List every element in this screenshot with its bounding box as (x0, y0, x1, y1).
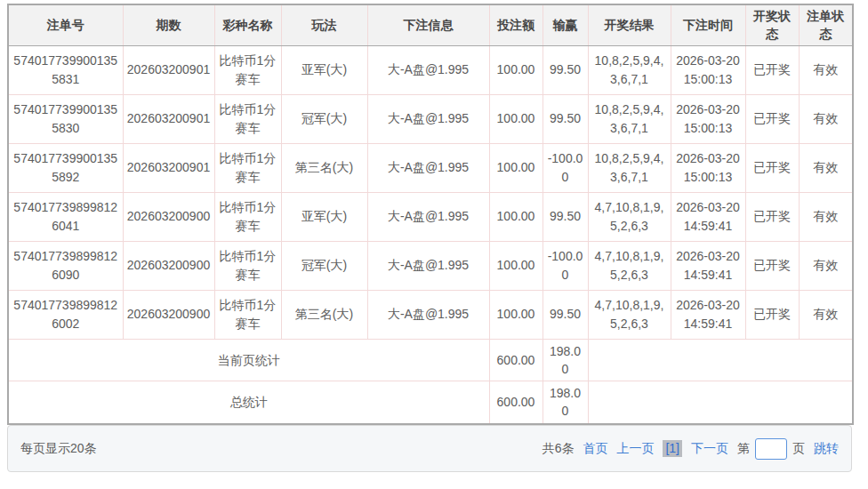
first-page-link[interactable]: 首页 (583, 441, 607, 457)
total-summary-win-loss: 198.00 (542, 381, 588, 424)
cell-lottery-name: 比特币1分赛车 (214, 94, 281, 143)
cell-order-status: 有效 (799, 94, 853, 143)
cell-lottery-name: 比特币1分赛车 (214, 290, 281, 339)
cell-period: 202603200900 (123, 192, 214, 241)
cell-bet-time: 2026-03-20 14:59:41 (671, 290, 745, 339)
cell-order-id: 5740177398998126041 (8, 192, 123, 241)
total-summary-row: 总统计 600.00 198.00 (8, 381, 853, 424)
col-header-bet-amount: 投注额 (489, 4, 542, 45)
col-header-play-type: 玩法 (281, 4, 367, 45)
col-header-draw-status: 开奖状态 (745, 4, 799, 45)
col-header-order-status: 注单状态 (799, 4, 853, 45)
total-summary-filler (588, 381, 853, 424)
cell-order-status: 有效 (799, 143, 853, 192)
total-summary-bet-amount: 600.00 (489, 381, 542, 424)
cell-draw-status: 已开奖 (745, 143, 799, 192)
cell-order-status: 有效 (799, 290, 853, 339)
table-row: 5740177398998126090 202603200900 比特币1分赛车… (8, 241, 853, 290)
cell-win-loss: 99.50 (542, 94, 588, 143)
bet-records-table: 注单号 期数 彩种名称 玩法 下注信息 投注额 输赢 开奖结果 下注时间 开奖状… (7, 4, 854, 425)
cell-bet-time: 2026-03-20 15:00:13 (671, 94, 745, 143)
cell-order-status: 有效 (799, 45, 853, 94)
cell-order-id: 5740177398998126002 (8, 290, 123, 339)
jump-group: 第 页 (737, 438, 805, 460)
cell-win-loss: 99.50 (542, 192, 588, 241)
col-header-bet-info: 下注信息 (367, 4, 489, 45)
col-header-draw-result: 开奖结果 (588, 4, 671, 45)
cell-period: 202603200901 (123, 45, 214, 94)
jump-label-suffix: 页 (792, 441, 805, 457)
col-header-order-id: 注单号 (8, 4, 123, 45)
cell-play-type: 第三名(大) (281, 290, 367, 339)
cell-period: 202603200900 (123, 290, 214, 339)
col-header-period: 期数 (123, 4, 214, 45)
page-summary-win-loss: 198.00 (542, 339, 588, 381)
cell-win-loss: -100.00 (542, 241, 588, 290)
pager: 共6条 首页 上一页 [1] 下一页 第 页 跳转 (542, 438, 839, 460)
cell-order-id: 5740177399001355892 (8, 143, 123, 192)
cell-bet-info: 大-A盘@1.995 (367, 241, 489, 290)
cell-bet-amount: 100.00 (489, 94, 542, 143)
cell-lottery-name: 比特币1分赛车 (214, 192, 281, 241)
cell-order-status: 有效 (799, 241, 853, 290)
cell-bet-time: 2026-03-20 14:59:41 (671, 192, 745, 241)
current-page-indicator[interactable]: [1] (663, 440, 682, 457)
cell-bet-info: 大-A盘@1.995 (367, 94, 489, 143)
cell-order-id: 5740177399001355830 (8, 94, 123, 143)
cell-bet-time: 2026-03-20 15:00:13 (671, 143, 745, 192)
table-row: 5740177399001355831 202603200901 比特币1分赛车… (8, 45, 853, 94)
cell-order-status: 有效 (799, 192, 853, 241)
pagination-bar: 每页显示20条 共6条 首页 上一页 [1] 下一页 第 页 跳转 (7, 425, 852, 472)
table-row: 5740177399001355830 202603200901 比特币1分赛车… (8, 94, 853, 143)
page-summary-label: 当前页统计 (8, 339, 489, 381)
cell-draw-status: 已开奖 (745, 290, 799, 339)
cell-play-type: 亚军(大) (281, 192, 367, 241)
cell-bet-amount: 100.00 (489, 45, 542, 94)
prev-page-link[interactable]: 上一页 (616, 441, 654, 457)
table-row: 5740177398998126002 202603200900 比特币1分赛车… (8, 290, 853, 339)
cell-bet-info: 大-A盘@1.995 (367, 290, 489, 339)
table-row: 5740177398998126041 202603200900 比特币1分赛车… (8, 192, 853, 241)
cell-draw-status: 已开奖 (745, 192, 799, 241)
table-header-row: 注单号 期数 彩种名称 玩法 下注信息 投注额 输赢 开奖结果 下注时间 开奖状… (8, 4, 853, 45)
cell-draw-result: 4,7,10,8,1,9,5,2,6,3 (588, 192, 671, 241)
cell-bet-amount: 100.00 (489, 143, 542, 192)
cell-win-loss: 99.50 (542, 45, 588, 94)
cell-play-type: 冠军(大) (281, 241, 367, 290)
cell-order-id: 5740177398998126090 (8, 241, 123, 290)
page-summary-row: 当前页统计 600.00 198.00 (8, 339, 853, 381)
page-size-label: 每页显示20条 (20, 441, 97, 457)
cell-play-type: 亚军(大) (281, 45, 367, 94)
page-jump-input[interactable] (755, 438, 787, 460)
total-summary-label: 总统计 (8, 381, 489, 424)
cell-bet-amount: 100.00 (489, 241, 542, 290)
cell-lottery-name: 比特币1分赛车 (214, 45, 281, 94)
cell-order-id: 5740177399001355831 (8, 45, 123, 94)
cell-bet-info: 大-A盘@1.995 (367, 143, 489, 192)
cell-win-loss: -100.00 (542, 143, 588, 192)
bet-records-page: 注单号 期数 彩种名称 玩法 下注信息 投注额 输赢 开奖结果 下注时间 开奖状… (0, 0, 868, 489)
page-summary-bet-amount: 600.00 (489, 339, 542, 381)
cell-draw-result: 4,7,10,8,1,9,5,2,6,3 (588, 241, 671, 290)
cell-draw-result: 4,7,10,8,1,9,5,2,6,3 (588, 290, 671, 339)
jump-button[interactable]: 跳转 (814, 441, 839, 457)
cell-draw-result: 10,8,2,5,9,4,3,6,7,1 (588, 45, 671, 94)
cell-draw-result: 10,8,2,5,9,4,3,6,7,1 (588, 94, 671, 143)
cell-draw-status: 已开奖 (745, 45, 799, 94)
next-page-link[interactable]: 下一页 (691, 441, 728, 457)
total-count-label: 共6条 (542, 441, 575, 457)
cell-bet-info: 大-A盘@1.995 (367, 45, 489, 94)
cell-bet-time: 2026-03-20 15:00:13 (671, 45, 745, 94)
cell-draw-status: 已开奖 (745, 241, 799, 290)
cell-period: 202603200900 (123, 241, 214, 290)
cell-draw-status: 已开奖 (745, 94, 799, 143)
table-row: 5740177399001355892 202603200901 比特币1分赛车… (8, 143, 853, 192)
col-header-bet-time: 下注时间 (671, 4, 745, 45)
cell-lottery-name: 比特币1分赛车 (214, 143, 281, 192)
col-header-win-loss: 输赢 (542, 4, 588, 45)
jump-label-prefix: 第 (737, 441, 750, 457)
cell-bet-time: 2026-03-20 14:59:41 (671, 241, 745, 290)
cell-play-type: 第三名(大) (281, 143, 367, 192)
col-header-lottery-name: 彩种名称 (214, 4, 281, 45)
cell-bet-amount: 100.00 (489, 192, 542, 241)
